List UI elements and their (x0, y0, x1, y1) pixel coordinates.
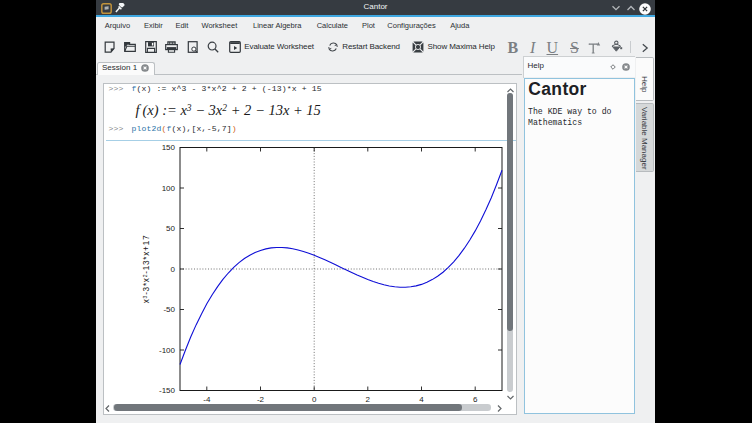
svg-text:-100: -100 (159, 346, 176, 355)
svg-text:150: 150 (162, 143, 176, 152)
svg-text:0: 0 (171, 265, 176, 274)
svg-text:-150: -150 (159, 386, 176, 395)
svg-text:x3-3*x2-13*x+17: x3-3*x2-13*x+17 (142, 235, 152, 303)
svg-text:-4: -4 (203, 395, 211, 404)
svg-text:-50: -50 (163, 305, 175, 314)
svg-text:2: 2 (366, 395, 371, 404)
svg-text:100: 100 (162, 184, 176, 193)
svg-text:6: 6 (473, 395, 478, 404)
svg-text:4: 4 (419, 395, 424, 404)
svg-text:50: 50 (166, 224, 175, 233)
svg-text:-2: -2 (257, 395, 265, 404)
svg-text:0: 0 (312, 395, 317, 404)
